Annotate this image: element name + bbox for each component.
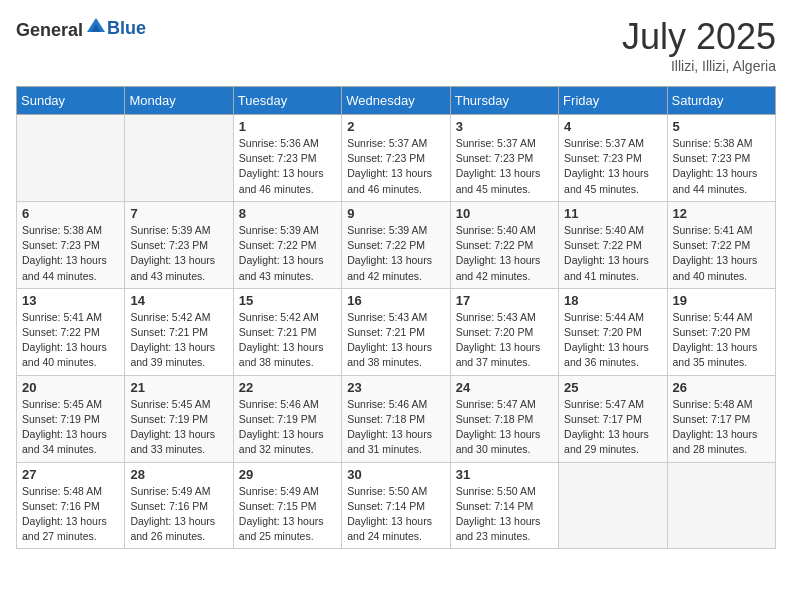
day-number: 6 [22, 206, 119, 221]
calendar-cell: 23Sunrise: 5:46 AM Sunset: 7:18 PM Dayli… [342, 375, 450, 462]
calendar-cell: 10Sunrise: 5:40 AM Sunset: 7:22 PM Dayli… [450, 201, 558, 288]
calendar-cell: 14Sunrise: 5:42 AM Sunset: 7:21 PM Dayli… [125, 288, 233, 375]
month-title: July 2025 [622, 16, 776, 58]
day-info: Sunrise: 5:50 AM Sunset: 7:14 PM Dayligh… [347, 484, 444, 545]
day-number: 28 [130, 467, 227, 482]
day-number: 2 [347, 119, 444, 134]
day-info: Sunrise: 5:41 AM Sunset: 7:22 PM Dayligh… [22, 310, 119, 371]
day-number: 25 [564, 380, 661, 395]
day-info: Sunrise: 5:42 AM Sunset: 7:21 PM Dayligh… [130, 310, 227, 371]
day-number: 18 [564, 293, 661, 308]
day-info: Sunrise: 5:48 AM Sunset: 7:17 PM Dayligh… [673, 397, 770, 458]
title-block: July 2025 Illizi, Illizi, Algeria [622, 16, 776, 74]
day-info: Sunrise: 5:44 AM Sunset: 7:20 PM Dayligh… [673, 310, 770, 371]
day-number: 27 [22, 467, 119, 482]
calendar-week-row: 6Sunrise: 5:38 AM Sunset: 7:23 PM Daylig… [17, 201, 776, 288]
calendar-header-monday: Monday [125, 87, 233, 115]
day-number: 22 [239, 380, 336, 395]
calendar-cell: 19Sunrise: 5:44 AM Sunset: 7:20 PM Dayli… [667, 288, 775, 375]
calendar-cell: 27Sunrise: 5:48 AM Sunset: 7:16 PM Dayli… [17, 462, 125, 549]
day-number: 19 [673, 293, 770, 308]
calendar-cell: 21Sunrise: 5:45 AM Sunset: 7:19 PM Dayli… [125, 375, 233, 462]
calendar-header-saturday: Saturday [667, 87, 775, 115]
calendar-cell: 3Sunrise: 5:37 AM Sunset: 7:23 PM Daylig… [450, 115, 558, 202]
calendar-cell: 31Sunrise: 5:50 AM Sunset: 7:14 PM Dayli… [450, 462, 558, 549]
calendar-week-row: 1Sunrise: 5:36 AM Sunset: 7:23 PM Daylig… [17, 115, 776, 202]
day-number: 29 [239, 467, 336, 482]
day-number: 30 [347, 467, 444, 482]
calendar-cell: 1Sunrise: 5:36 AM Sunset: 7:23 PM Daylig… [233, 115, 341, 202]
day-info: Sunrise: 5:41 AM Sunset: 7:22 PM Dayligh… [673, 223, 770, 284]
calendar-cell [17, 115, 125, 202]
day-number: 26 [673, 380, 770, 395]
location: Illizi, Illizi, Algeria [622, 58, 776, 74]
calendar-cell: 28Sunrise: 5:49 AM Sunset: 7:16 PM Dayli… [125, 462, 233, 549]
calendar-cell: 13Sunrise: 5:41 AM Sunset: 7:22 PM Dayli… [17, 288, 125, 375]
day-number: 17 [456, 293, 553, 308]
calendar-week-row: 20Sunrise: 5:45 AM Sunset: 7:19 PM Dayli… [17, 375, 776, 462]
day-info: Sunrise: 5:37 AM Sunset: 7:23 PM Dayligh… [456, 136, 553, 197]
day-info: Sunrise: 5:38 AM Sunset: 7:23 PM Dayligh… [673, 136, 770, 197]
day-info: Sunrise: 5:43 AM Sunset: 7:21 PM Dayligh… [347, 310, 444, 371]
day-number: 24 [456, 380, 553, 395]
calendar-header-tuesday: Tuesday [233, 87, 341, 115]
calendar-week-row: 27Sunrise: 5:48 AM Sunset: 7:16 PM Dayli… [17, 462, 776, 549]
day-info: Sunrise: 5:37 AM Sunset: 7:23 PM Dayligh… [347, 136, 444, 197]
calendar-cell: 30Sunrise: 5:50 AM Sunset: 7:14 PM Dayli… [342, 462, 450, 549]
calendar-cell: 24Sunrise: 5:47 AM Sunset: 7:18 PM Dayli… [450, 375, 558, 462]
logo: General Blue [16, 16, 146, 41]
calendar-cell [667, 462, 775, 549]
day-info: Sunrise: 5:40 AM Sunset: 7:22 PM Dayligh… [564, 223, 661, 284]
day-info: Sunrise: 5:45 AM Sunset: 7:19 PM Dayligh… [130, 397, 227, 458]
day-info: Sunrise: 5:40 AM Sunset: 7:22 PM Dayligh… [456, 223, 553, 284]
day-number: 16 [347, 293, 444, 308]
logo-blue: Blue [107, 18, 146, 38]
calendar-cell: 17Sunrise: 5:43 AM Sunset: 7:20 PM Dayli… [450, 288, 558, 375]
day-info: Sunrise: 5:47 AM Sunset: 7:17 PM Dayligh… [564, 397, 661, 458]
day-info: Sunrise: 5:45 AM Sunset: 7:19 PM Dayligh… [22, 397, 119, 458]
calendar-table: SundayMondayTuesdayWednesdayThursdayFrid… [16, 86, 776, 549]
day-number: 4 [564, 119, 661, 134]
calendar-cell: 8Sunrise: 5:39 AM Sunset: 7:22 PM Daylig… [233, 201, 341, 288]
day-number: 20 [22, 380, 119, 395]
calendar-cell: 12Sunrise: 5:41 AM Sunset: 7:22 PM Dayli… [667, 201, 775, 288]
day-info: Sunrise: 5:47 AM Sunset: 7:18 PM Dayligh… [456, 397, 553, 458]
calendar-cell [125, 115, 233, 202]
calendar-cell [559, 462, 667, 549]
day-info: Sunrise: 5:44 AM Sunset: 7:20 PM Dayligh… [564, 310, 661, 371]
calendar-header-wednesday: Wednesday [342, 87, 450, 115]
calendar-header-friday: Friday [559, 87, 667, 115]
calendar-cell: 5Sunrise: 5:38 AM Sunset: 7:23 PM Daylig… [667, 115, 775, 202]
day-number: 15 [239, 293, 336, 308]
day-number: 7 [130, 206, 227, 221]
calendar-cell: 6Sunrise: 5:38 AM Sunset: 7:23 PM Daylig… [17, 201, 125, 288]
calendar-cell: 4Sunrise: 5:37 AM Sunset: 7:23 PM Daylig… [559, 115, 667, 202]
day-info: Sunrise: 5:39 AM Sunset: 7:22 PM Dayligh… [347, 223, 444, 284]
day-info: Sunrise: 5:46 AM Sunset: 7:18 PM Dayligh… [347, 397, 444, 458]
day-info: Sunrise: 5:39 AM Sunset: 7:23 PM Dayligh… [130, 223, 227, 284]
day-info: Sunrise: 5:37 AM Sunset: 7:23 PM Dayligh… [564, 136, 661, 197]
calendar-cell: 20Sunrise: 5:45 AM Sunset: 7:19 PM Dayli… [17, 375, 125, 462]
day-info: Sunrise: 5:38 AM Sunset: 7:23 PM Dayligh… [22, 223, 119, 284]
day-number: 13 [22, 293, 119, 308]
calendar-header-row: SundayMondayTuesdayWednesdayThursdayFrid… [17, 87, 776, 115]
calendar-header-thursday: Thursday [450, 87, 558, 115]
day-number: 23 [347, 380, 444, 395]
day-number: 21 [130, 380, 227, 395]
calendar-cell: 25Sunrise: 5:47 AM Sunset: 7:17 PM Dayli… [559, 375, 667, 462]
calendar-cell: 18Sunrise: 5:44 AM Sunset: 7:20 PM Dayli… [559, 288, 667, 375]
day-info: Sunrise: 5:48 AM Sunset: 7:16 PM Dayligh… [22, 484, 119, 545]
day-info: Sunrise: 5:46 AM Sunset: 7:19 PM Dayligh… [239, 397, 336, 458]
day-info: Sunrise: 5:36 AM Sunset: 7:23 PM Dayligh… [239, 136, 336, 197]
day-number: 5 [673, 119, 770, 134]
day-info: Sunrise: 5:49 AM Sunset: 7:16 PM Dayligh… [130, 484, 227, 545]
day-number: 8 [239, 206, 336, 221]
day-number: 9 [347, 206, 444, 221]
day-number: 31 [456, 467, 553, 482]
day-info: Sunrise: 5:39 AM Sunset: 7:22 PM Dayligh… [239, 223, 336, 284]
calendar-cell: 11Sunrise: 5:40 AM Sunset: 7:22 PM Dayli… [559, 201, 667, 288]
logo-icon [85, 14, 107, 36]
day-info: Sunrise: 5:50 AM Sunset: 7:14 PM Dayligh… [456, 484, 553, 545]
logo-general: General [16, 20, 83, 40]
calendar-week-row: 13Sunrise: 5:41 AM Sunset: 7:22 PM Dayli… [17, 288, 776, 375]
